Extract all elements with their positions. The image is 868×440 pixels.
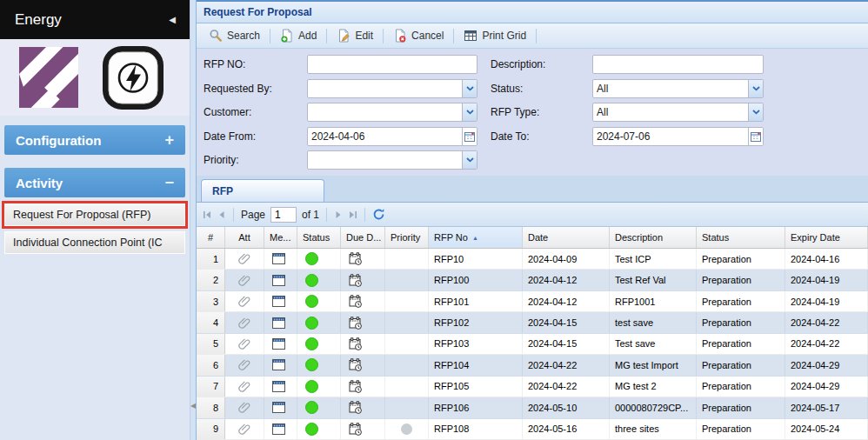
memo-cell[interactable] xyxy=(264,355,297,375)
rfp-no-cell: RFP100 xyxy=(429,270,523,290)
cancel-icon xyxy=(393,29,407,43)
table-row[interactable]: 3RFP1012024-04-12RFP1001Preparation2024-… xyxy=(197,291,868,312)
column-header-status2[interactable]: Status xyxy=(697,227,785,248)
memo-icon xyxy=(272,423,285,435)
requested-by-select[interactable] xyxy=(307,79,477,98)
attachment-cell[interactable] xyxy=(225,419,264,439)
chevron-down-icon[interactable] xyxy=(748,103,763,121)
date-from-input[interactable]: 2024-04-06 xyxy=(307,127,477,146)
memo-cell[interactable] xyxy=(264,312,297,332)
search-button[interactable]: Search xyxy=(202,26,267,45)
memo-cell[interactable] xyxy=(264,291,297,311)
date-cell: 2024-05-10 xyxy=(523,397,610,417)
rfp-no-input[interactable] xyxy=(307,55,477,74)
customer-label: Customer: xyxy=(204,106,307,118)
column-header-rownum[interactable]: # xyxy=(197,227,225,248)
table-row[interactable]: 8RFP1062024-05-100000080729CP...Preparat… xyxy=(197,397,868,418)
add-button[interactable]: Add xyxy=(273,26,324,45)
status-select[interactable]: All xyxy=(592,79,764,98)
table-row[interactable]: 6RFP1042024-04-22MG test ImportPreparati… xyxy=(197,355,868,376)
page-number-input[interactable] xyxy=(270,207,297,223)
cancel-button[interactable]: Cancel xyxy=(386,26,451,45)
attachment-cell[interactable] xyxy=(225,270,264,290)
column-header-priority[interactable]: Priority xyxy=(385,227,429,248)
attachment-cell[interactable] xyxy=(225,334,264,354)
column-header-description[interactable]: Description xyxy=(610,227,697,248)
table-row[interactable]: 5RFP1032024-04-15Test savePreparation202… xyxy=(197,334,868,355)
column-header-status[interactable]: Status xyxy=(297,227,341,248)
next-page-icon[interactable] xyxy=(334,210,343,219)
tab-rfp[interactable]: RFP xyxy=(201,179,324,202)
expiry-date-cell: 2024-04-16 xyxy=(785,249,868,269)
due-date-cell[interactable] xyxy=(341,334,385,354)
attachment-cell[interactable] xyxy=(225,355,264,375)
sidebar-collapse-icon[interactable]: ◀ xyxy=(169,15,176,24)
due-date-cell[interactable] xyxy=(341,270,385,290)
sidebar-item-rfp[interactable]: Request For Proposal (RFP) xyxy=(4,203,185,226)
chevron-down-icon[interactable] xyxy=(748,80,763,97)
memo-cell[interactable] xyxy=(264,377,297,397)
column-header-due-date[interactable]: Due D... xyxy=(341,227,385,248)
memo-cell[interactable] xyxy=(264,397,297,417)
date-cell: 2024-04-22 xyxy=(523,377,610,397)
memo-cell[interactable] xyxy=(264,334,297,354)
calendar-icon[interactable] xyxy=(462,128,477,145)
due-date-cell[interactable] xyxy=(341,249,385,269)
column-header-memo[interactable]: Me... xyxy=(264,227,297,248)
print-grid-button[interactable]: Print Grid xyxy=(457,26,533,45)
sidebar-section-configuration[interactable]: Configuration + xyxy=(4,125,185,155)
priority-select[interactable] xyxy=(307,150,477,170)
table-row[interactable]: 4RFP1022024-04-15test savePreparation202… xyxy=(197,312,868,333)
attachment-cell[interactable] xyxy=(225,377,264,397)
section-label: Activity xyxy=(16,176,63,190)
attachment-cell[interactable] xyxy=(225,291,264,311)
memo-cell[interactable] xyxy=(264,270,297,290)
due-date-cell[interactable] xyxy=(341,355,385,375)
column-header-expiry-date[interactable]: Expiry Date xyxy=(785,227,868,248)
status-text-cell: Preparation xyxy=(697,312,785,332)
due-date-cell[interactable] xyxy=(341,419,385,439)
rfp-type-select[interactable]: All xyxy=(592,103,764,122)
pager-separator xyxy=(326,208,327,222)
attachment-cell[interactable] xyxy=(225,312,264,332)
column-header-date[interactable]: Date xyxy=(523,227,610,248)
sidebar-item-icp[interactable]: Individual Connection Point (IC xyxy=(4,231,185,254)
sidebar-splitter[interactable]: ◀ xyxy=(190,0,196,440)
due-date-cell[interactable] xyxy=(341,397,385,417)
chevron-down-icon[interactable] xyxy=(462,151,477,169)
table-row[interactable]: 1RFP102024-04-09Test ICPPreparation2024-… xyxy=(197,249,868,270)
rfp-no-cell: RFP103 xyxy=(429,334,523,354)
first-page-icon[interactable] xyxy=(203,210,212,219)
due-date-icon xyxy=(349,274,363,287)
expand-icon[interactable]: + xyxy=(164,131,174,150)
refresh-icon[interactable] xyxy=(372,208,385,221)
due-date-cell[interactable] xyxy=(341,377,385,397)
table-row[interactable]: 9RFP1082024-05-16three sitesPreparation2… xyxy=(197,419,868,440)
column-header-rfp-no[interactable]: RFP No ▲ xyxy=(429,227,523,248)
last-page-icon[interactable] xyxy=(348,210,357,219)
collapse-minus-icon[interactable]: − xyxy=(164,174,174,192)
toolbar-separator xyxy=(536,29,537,43)
chevron-down-icon[interactable] xyxy=(462,80,477,97)
sidebar-section-activity[interactable]: Activity − xyxy=(4,168,185,197)
date-to-input[interactable]: 2024-07-06 xyxy=(592,127,764,146)
description-input[interactable] xyxy=(592,55,764,74)
rfp-no-cell: RFP105 xyxy=(429,377,523,397)
due-date-cell[interactable] xyxy=(341,312,385,332)
chevron-down-icon[interactable] xyxy=(462,103,477,121)
priority-indicator xyxy=(401,423,412,435)
memo-cell[interactable] xyxy=(264,249,297,269)
customer-select[interactable] xyxy=(307,103,477,122)
attachment-cell[interactable] xyxy=(225,249,264,269)
memo-cell[interactable] xyxy=(264,419,297,439)
prev-page-icon[interactable] xyxy=(217,210,226,219)
attachment-cell[interactable] xyxy=(225,397,264,417)
column-header-att[interactable]: Att xyxy=(225,227,264,248)
calendar-icon[interactable] xyxy=(748,128,763,145)
priority-cell xyxy=(385,249,429,269)
table-row[interactable]: 2RFP1002024-04-12Test Ref ValPreparation… xyxy=(197,270,868,290)
edit-button[interactable]: Edit xyxy=(330,26,380,45)
memo-icon xyxy=(272,381,285,392)
table-row[interactable]: 7RFP1052024-04-22MG test 2Preparation202… xyxy=(197,377,868,397)
due-date-cell[interactable] xyxy=(341,291,385,311)
